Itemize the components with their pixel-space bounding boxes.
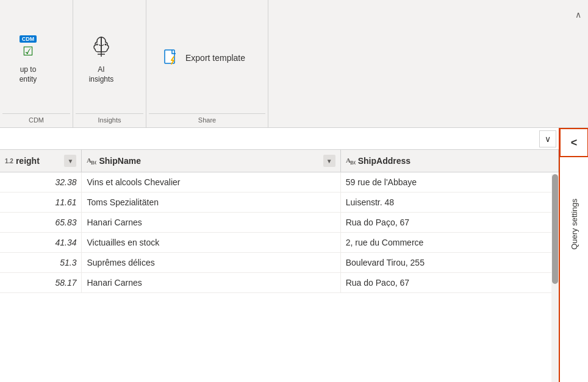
- svg-point-0: [96, 44, 98, 46]
- query-settings-label[interactable]: Query settings: [570, 189, 579, 260]
- cdm-check-icon: ☑: [23, 44, 34, 58]
- ai-insights-toolbar-item[interactable]: AI insights: [76, 5, 127, 111]
- table-body: 32.38Vins et alcools Chevalier59 rue de …: [0, 172, 559, 293]
- insights-section-label: Insights: [76, 113, 143, 125]
- filter-icon: ▼: [326, 158, 332, 164]
- ai-insights-label: AI insights: [89, 65, 114, 84]
- svg-point-1: [105, 44, 107, 46]
- cell-shipname: Hanari Carnes: [82, 273, 340, 293]
- toolbar-collapse-button[interactable]: ∧: [568, 5, 588, 24]
- table-scrollbar-thumb: [552, 174, 558, 284]
- cell-freight: 65.83: [0, 213, 82, 233]
- svg-text:BC: BC: [350, 160, 356, 164]
- export-template-button[interactable]: Export template: [149, 5, 257, 111]
- cell-shipaddress: Boulevard Tirou, 255: [340, 253, 558, 273]
- freight-type-icon: 1.2: [5, 158, 13, 164]
- ai-insights-icon-area: [85, 31, 117, 63]
- cell-freight: 58.17: [0, 273, 82, 293]
- cdm-toolbar-item[interactable]: CDM ☑ up to entity: [2, 5, 54, 111]
- dropdown-icon: ∨: [545, 134, 551, 144]
- share-section: Export template Share: [146, 0, 268, 127]
- data-area: 1.2 reight ▼ ABC Ship: [0, 150, 559, 382]
- share-section-label: Share: [149, 113, 265, 125]
- brain-icon: [87, 32, 116, 62]
- cell-shipaddress: Rua do Paço, 67: [340, 213, 558, 233]
- column-header-freight: 1.2 reight ▼: [0, 150, 82, 172]
- cell-shipname: Vins et alcools Chevalier: [82, 172, 340, 193]
- shipname-col-label: ShipName: [99, 156, 140, 166]
- cdm-badge: CDM: [20, 35, 37, 43]
- export-template-label: Export template: [185, 53, 245, 63]
- formula-bar-dropdown[interactable]: ∨: [539, 130, 556, 147]
- shipaddress-type-icon: ABC: [346, 156, 356, 166]
- cell-shipaddress: Rua do Paco, 67: [340, 273, 558, 293]
- formula-bar: ∨: [0, 128, 588, 150]
- table-row: 32.38Vins et alcools Chevalier59 rue de …: [0, 172, 559, 193]
- collapse-icon: ∧: [575, 10, 581, 19]
- shipname-type-icon: ABC: [87, 156, 96, 166]
- cell-freight: 32.38: [0, 172, 82, 193]
- svg-text:BC: BC: [91, 160, 96, 164]
- cell-freight: 41.34: [0, 233, 82, 253]
- table-row: 41.34Victuailles en stock2, rue du Comme…: [0, 233, 559, 253]
- freight-col-label: reight: [16, 156, 40, 166]
- cell-shipaddress: 2, rue du Commerce: [340, 233, 558, 253]
- filter-icon: ▼: [68, 158, 74, 164]
- query-settings-toggle-button[interactable]: <: [559, 128, 588, 157]
- cell-shipname: Toms Spezialitäten: [82, 193, 340, 213]
- table-row: 51.3Suprêmes délicesBoulevard Tirou, 255: [0, 253, 559, 273]
- cell-freight: 51.3: [0, 253, 82, 273]
- shipname-filter-button[interactable]: ▼: [323, 155, 335, 167]
- table-row: 65.83Hanari CarnesRua do Paço, 67: [0, 213, 559, 233]
- cdm-icon-area: CDM ☑: [12, 31, 44, 63]
- toolbar: CDM ☑ up to entity CDM: [0, 0, 588, 128]
- cell-shipaddress: 59 rue de l'Abbaye: [340, 172, 558, 193]
- cell-freight: 11.61: [0, 193, 82, 213]
- cell-shipname: Hanari Carnes: [82, 213, 340, 233]
- data-table: 1.2 reight ▼ ABC Ship: [0, 150, 559, 293]
- table-row: 11.61Toms SpezialitätenLuisenstr. 48: [0, 193, 559, 213]
- cdm-item-label: up to entity: [20, 65, 37, 84]
- table-header-row: 1.2 reight ▼ ABC Ship: [0, 150, 559, 172]
- freight-filter-button[interactable]: ▼: [64, 155, 76, 167]
- column-header-shipaddress: ABC ShipAddress: [340, 150, 558, 172]
- query-settings-panel: < Query settings: [559, 128, 588, 382]
- shipaddress-col-label: ShipAddress: [358, 156, 411, 166]
- cdm-section-label: CDM: [2, 113, 70, 125]
- column-header-shipname: ABC ShipName ▼: [82, 150, 340, 172]
- table-row: 58.17Hanari CarnesRua do Paco, 67: [0, 273, 559, 293]
- insights-section: AI insights Insights: [73, 0, 146, 127]
- query-settings-chevron-icon: <: [571, 136, 578, 149]
- cdm-section: CDM ☑ up to entity CDM: [0, 0, 73, 127]
- table-scrollbar[interactable]: [551, 174, 559, 382]
- cell-shipaddress: Luisenstr. 48: [340, 193, 558, 213]
- cell-shipname: Victuailles en stock: [82, 233, 340, 253]
- export-template-icon: [161, 48, 181, 68]
- cell-shipname: Suprêmes délices: [82, 253, 340, 273]
